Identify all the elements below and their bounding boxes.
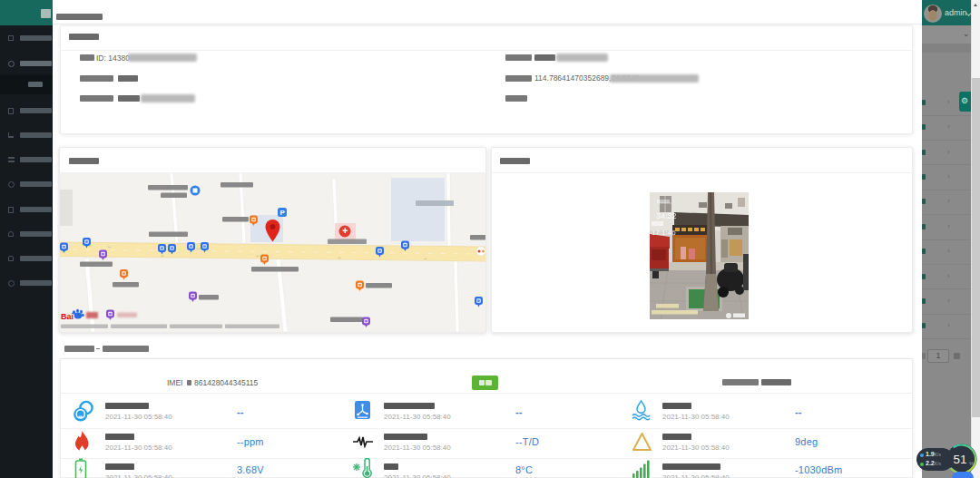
svg-text:34:32: 34:32: [656, 211, 677, 220]
svg-text:%: %: [969, 461, 975, 466]
svg-text:←: ←: [107, 243, 112, 249]
svg-text:Bai: Bai: [61, 312, 74, 321]
svg-text:→: →: [337, 254, 341, 259]
svg-text:←: ←: [196, 245, 201, 250]
svg-text:P: P: [279, 209, 285, 217]
svg-text:17:1:46: 17:1:46: [652, 229, 676, 237]
svg-text:→: →: [255, 252, 260, 258]
svg-text:51: 51: [954, 453, 967, 466]
svg-text:→: →: [423, 255, 427, 260]
